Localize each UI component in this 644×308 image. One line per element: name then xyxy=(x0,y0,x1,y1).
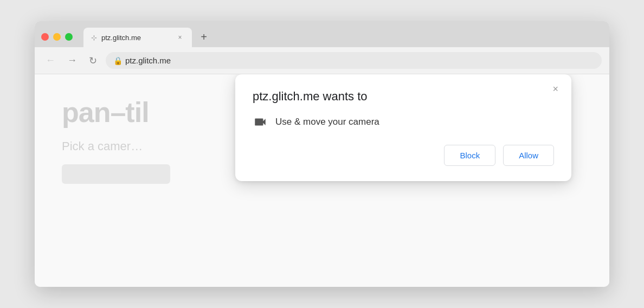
browser-window: ⊹ ptz.glitch.me × + ← → ↻ 🔒 pan–til Pick… xyxy=(35,21,609,287)
page-select-placeholder xyxy=(62,164,170,184)
camera-icon xyxy=(253,114,268,130)
allow-button[interactable]: Allow xyxy=(503,145,554,166)
close-window-button[interactable] xyxy=(41,33,49,41)
tab-move-icon: ⊹ xyxy=(91,34,97,42)
reload-button[interactable]: ↻ xyxy=(86,53,100,69)
tab-bar: ⊹ ptz.glitch.me × + xyxy=(35,21,609,47)
tab-close-button[interactable]: × xyxy=(176,33,184,42)
browser-tab[interactable]: ⊹ ptz.glitch.me × xyxy=(83,28,192,47)
window-controls xyxy=(41,33,81,47)
tab-title: ptz.glitch.me xyxy=(101,34,171,42)
dialog-close-button[interactable]: × xyxy=(549,83,562,95)
forward-button[interactable]: → xyxy=(64,53,80,68)
dialog-title: ptz.glitch.me wants to xyxy=(253,89,554,104)
dialog-permission-row: Use & move your camera xyxy=(253,114,554,130)
address-bar: ← → ↻ 🔒 xyxy=(35,47,609,74)
block-button[interactable]: Block xyxy=(444,145,495,166)
back-button[interactable]: ← xyxy=(42,53,59,68)
minimize-window-button[interactable] xyxy=(53,33,61,41)
url-input[interactable] xyxy=(106,52,602,69)
maximize-window-button[interactable] xyxy=(65,33,73,41)
dialog-actions: Block Allow xyxy=(253,145,554,166)
new-tab-button[interactable]: + xyxy=(194,28,214,47)
url-bar-wrapper: 🔒 xyxy=(106,52,602,69)
permission-dialog: × ptz.glitch.me wants to Use & move your… xyxy=(235,74,571,181)
permission-text: Use & move your camera xyxy=(275,117,379,127)
page-content: pan–til Pick a camer… × ptz.glitch.me wa… xyxy=(35,74,609,287)
